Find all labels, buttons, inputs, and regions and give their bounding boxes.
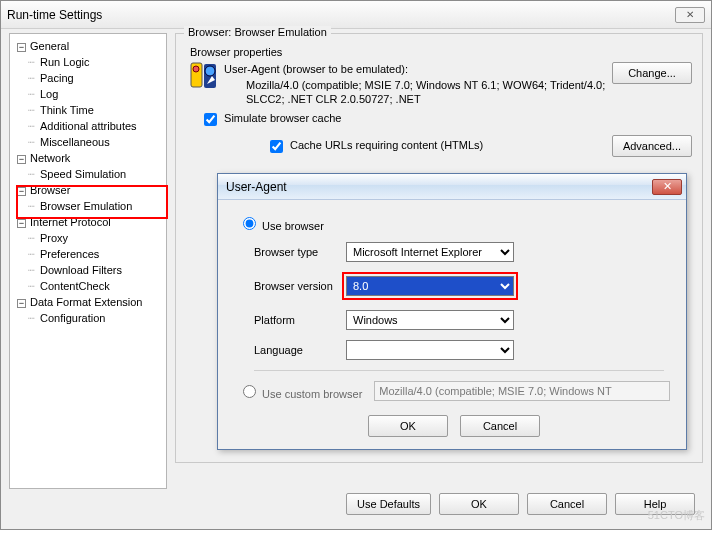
browser-version-select[interactable]: 8.0 [346, 276, 514, 296]
language-select[interactable] [346, 340, 514, 360]
cache-urls-label: Cache URLs requiring content (HTMLs) [290, 139, 483, 151]
user-agent-dialog: User-Agent ✕ Use browser Browser type Mi… [217, 173, 687, 450]
platform-label: Platform [254, 314, 346, 326]
tree-speed-simulation[interactable]: Speed Simulation [14, 166, 166, 182]
tree-general[interactable]: −General [14, 38, 166, 54]
window-title: Run-time Settings [7, 8, 675, 22]
browser-properties-label: Browser properties [190, 46, 692, 58]
runtime-settings-window: Run-time Settings ✕ −General Run Logic P… [0, 0, 712, 530]
cursor-globe-icon [190, 62, 218, 90]
tree-browser-emulation[interactable]: Browser Emulation [14, 198, 166, 214]
tree-run-logic[interactable]: Run Logic [14, 54, 166, 70]
tree-log[interactable]: Log [14, 86, 166, 102]
watermark: 51CTO博客 [648, 508, 705, 523]
dialog-cancel-button[interactable]: Cancel [460, 415, 540, 437]
use-browser-label: Use browser [262, 220, 324, 232]
dialog-titlebar[interactable]: User-Agent ✕ [218, 174, 686, 200]
simulate-cache-checkbox[interactable] [204, 113, 217, 126]
tree-browser[interactable]: −Browser [14, 182, 166, 198]
dialog-close-button[interactable]: ✕ [652, 179, 682, 195]
window-close-button[interactable]: ✕ [675, 7, 705, 23]
group-title: Browser: Browser Emulation [184, 26, 331, 38]
titlebar: Run-time Settings ✕ [1, 1, 711, 29]
dialog-ok-button[interactable]: OK [368, 415, 448, 437]
browser-type-label: Browser type [254, 246, 346, 258]
ua-label: User-Agent (browser to be emulated): [224, 62, 606, 76]
highlight-version: 8.0 [342, 272, 518, 300]
use-custom-label: Use custom browser [262, 388, 362, 400]
use-custom-radio[interactable] [243, 385, 256, 398]
tree-proxy[interactable]: Proxy [14, 230, 166, 246]
advanced-button[interactable]: Advanced... [612, 135, 692, 157]
use-browser-radio[interactable] [243, 217, 256, 230]
ok-button[interactable]: OK [439, 493, 519, 515]
tree-data-format-ext[interactable]: −Data Format Extension [14, 294, 166, 310]
simulate-cache-label: Simulate browser cache [224, 112, 341, 124]
dialog-title: User-Agent [226, 180, 652, 194]
footer-buttons: Use Defaults OK Cancel Help [1, 489, 711, 515]
tree-miscellaneous[interactable]: Miscellaneous [14, 134, 166, 150]
tree-configuration[interactable]: Configuration [14, 310, 166, 326]
use-defaults-button[interactable]: Use Defaults [346, 493, 431, 515]
tree-additional-attributes[interactable]: Additional attributes [14, 118, 166, 134]
browser-type-select[interactable]: Microsoft Internet Explorer [346, 242, 514, 262]
settings-tree[interactable]: −General Run Logic Pacing Log Think Time… [9, 33, 167, 489]
ua-value: Mozilla/4.0 (compatible; MSIE 7.0; Windo… [246, 78, 606, 106]
cache-urls-checkbox[interactable] [270, 140, 283, 153]
tree-internet-protocol[interactable]: −Internet Protocol [14, 214, 166, 230]
svg-point-3 [205, 66, 215, 76]
cancel-button[interactable]: Cancel [527, 493, 607, 515]
platform-select[interactable]: Windows [346, 310, 514, 330]
browser-version-label: Browser version [254, 280, 346, 292]
language-label: Language [254, 344, 346, 356]
tree-think-time[interactable]: Think Time [14, 102, 166, 118]
svg-point-1 [193, 66, 199, 72]
custom-ua-field [374, 381, 670, 401]
tree-pacing[interactable]: Pacing [14, 70, 166, 86]
tree-contentcheck[interactable]: ContentCheck [14, 278, 166, 294]
tree-network[interactable]: −Network [14, 150, 166, 166]
tree-preferences[interactable]: Preferences [14, 246, 166, 262]
tree-download-filters[interactable]: Download Filters [14, 262, 166, 278]
change-button[interactable]: Change... [612, 62, 692, 84]
